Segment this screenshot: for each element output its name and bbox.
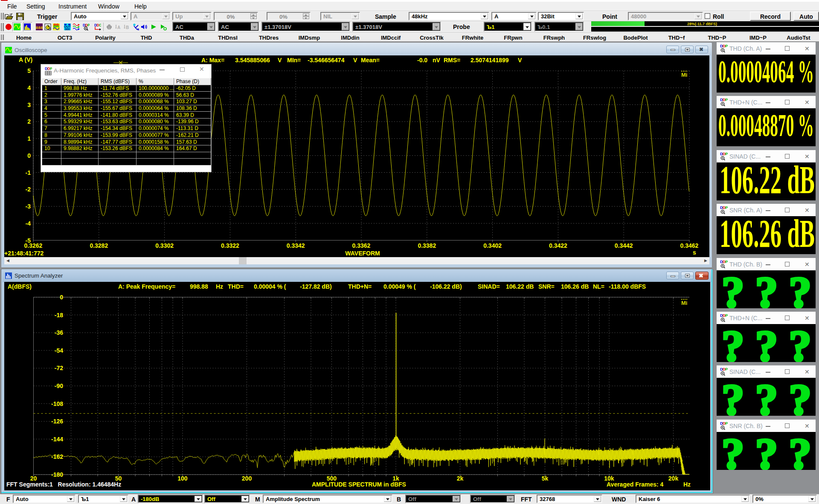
svg-text:? ? ?: ? ? ? — [722, 378, 811, 416]
svg-text:C: C — [99, 23, 101, 27]
svg-text:P: P — [725, 43, 728, 48]
svg-text:B: B — [126, 25, 129, 30]
svg-text:? ? ?: ? ? ? — [722, 324, 811, 362]
svg-text:P: P — [50, 67, 52, 71]
svg-text:P: P — [725, 421, 728, 426]
svg-text:? ? ?: ? ? ? — [722, 270, 811, 308]
svg-text:P: P — [725, 151, 728, 156]
svg-text:? ? ?: ? ? ? — [722, 432, 811, 470]
svg-text:P: P — [725, 97, 728, 102]
svg-text:0.00004064 %: 0.00004064 % — [718, 55, 814, 89]
svg-text:P: P — [725, 259, 728, 264]
svg-text:P: P — [725, 205, 728, 210]
svg-text:P: P — [87, 23, 90, 27]
svg-text:P: P — [725, 367, 728, 371]
svg-text:0.00048870 %: 0.00048870 % — [718, 108, 814, 143]
svg-text:000: 000 — [65, 28, 70, 31]
svg-text:P: P — [725, 313, 728, 318]
svg-text:888: 888 — [36, 26, 43, 30]
svg-text:A: A — [117, 25, 120, 30]
svg-text:106.22 dB: 106.22 dB — [720, 162, 815, 200]
svg-text:106.26 dB: 106.26 dB — [720, 216, 815, 254]
